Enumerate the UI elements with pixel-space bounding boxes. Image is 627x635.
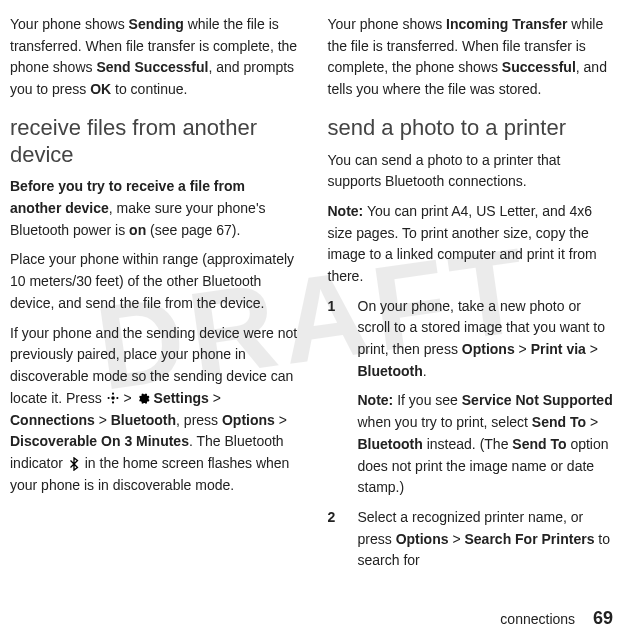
text: > — [515, 341, 531, 357]
ok-label: OK — [90, 81, 111, 97]
text: Your phone shows — [10, 16, 129, 32]
page-footer: connections 69 — [500, 608, 613, 629]
on-label: on — [129, 222, 146, 238]
step-number: 2 — [328, 507, 358, 572]
options-label: Options — [396, 531, 449, 547]
bluetooth-label: Bluetooth — [111, 412, 176, 428]
page-number: 69 — [593, 608, 613, 628]
text: (see page 67). — [146, 222, 240, 238]
options-label: Options — [462, 341, 515, 357]
bluetooth-label: Bluetooth — [358, 363, 423, 379]
bluetooth-icon — [67, 454, 81, 476]
text: You can print A4, US Letter, and 4x6 siz… — [328, 203, 597, 284]
text: when you try to print, select — [358, 414, 532, 430]
section-name: connections — [500, 611, 575, 627]
step-2-body: Select a recognized printer name, or pre… — [358, 507, 618, 572]
sending-label: Sending — [129, 16, 184, 32]
text: > — [586, 341, 598, 357]
page-content: Your phone shows Sending while the file … — [0, 0, 627, 590]
step-1-body: On your phone, take a new photo or scrol… — [358, 296, 618, 383]
left-para-range: Place your phone within range (approxima… — [10, 249, 300, 314]
text: . — [423, 363, 427, 379]
send-to-label: Send To — [512, 436, 566, 452]
text: If you see — [393, 392, 461, 408]
text: , press — [176, 412, 222, 428]
text: > — [586, 414, 598, 430]
text: > — [209, 390, 221, 406]
step-number: 1 — [328, 296, 358, 383]
text: > — [449, 531, 465, 547]
discoverable-label: Discoverable On 3 Minutes — [10, 433, 189, 449]
connections-label: Connections — [10, 412, 95, 428]
svg-point-1 — [112, 393, 114, 395]
successful-label: Successful — [502, 59, 576, 75]
text: > — [95, 412, 111, 428]
options-label: Options — [222, 412, 275, 428]
text: > — [275, 412, 287, 428]
text: Your phone shows — [328, 16, 447, 32]
s-key-icon — [106, 388, 120, 410]
left-para-discoverable: If your phone and the sending device wer… — [10, 323, 300, 497]
svg-point-3 — [107, 397, 109, 399]
left-para-before-try: Before you try to receive a file from an… — [10, 176, 300, 241]
note-label: Note: — [358, 392, 394, 408]
step-1-note: Note: If you see Service Not Supported w… — [358, 390, 618, 498]
bluetooth-label: Bluetooth — [358, 436, 423, 452]
svg-point-2 — [112, 401, 114, 403]
text: > — [120, 390, 136, 406]
send-to-label: Send To — [532, 414, 586, 430]
send-photo-heading: send a photo to a printer — [328, 115, 618, 142]
step-1: 1 On your phone, take a new photo or scr… — [328, 296, 618, 383]
settings-label: Settings — [154, 390, 209, 406]
right-note1: Note: You can print A4, US Letter, and 4… — [328, 201, 618, 288]
gear-icon — [136, 388, 150, 410]
incoming-transfer-label: Incoming Transfer — [446, 16, 567, 32]
service-not-supported-label: Service Not Supported — [462, 392, 613, 408]
right-para1: You can send a photo to a printer that s… — [328, 150, 618, 193]
print-via-label: Print via — [531, 341, 586, 357]
note-label: Note: — [328, 203, 364, 219]
right-column: Your phone shows Incoming Transfer while… — [314, 6, 618, 580]
left-column: Your phone shows Sending while the file … — [10, 6, 314, 580]
send-successful-label: Send Successful — [96, 59, 208, 75]
svg-point-4 — [116, 397, 118, 399]
left-intro: Your phone shows Sending while the file … — [10, 14, 300, 101]
search-for-printers-label: Search For Printers — [464, 531, 594, 547]
svg-point-0 — [111, 396, 115, 400]
step-2: 2 Select a recognized printer name, or p… — [328, 507, 618, 572]
text: instead. (The — [423, 436, 513, 452]
right-intro: Your phone shows Incoming Transfer while… — [328, 14, 618, 101]
text: to continue. — [111, 81, 187, 97]
receive-heading: receive files from another device — [10, 115, 300, 169]
